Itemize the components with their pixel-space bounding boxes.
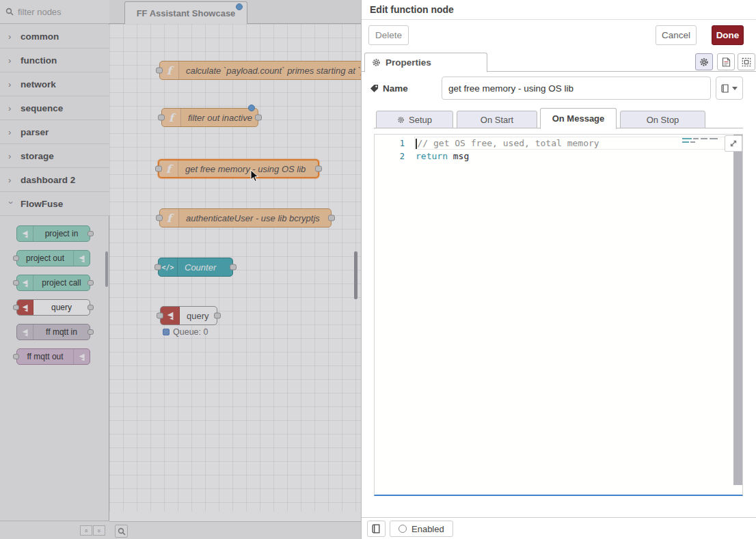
- palette-category-sequence[interactable]: ›sequence: [0, 96, 109, 120]
- collapse-all-button[interactable]: »: [80, 525, 92, 536]
- function-icon: f: [159, 161, 178, 177]
- output-port[interactable]: [87, 305, 94, 310]
- output-port[interactable]: [230, 264, 237, 271]
- node-query-status: Queue: 0: [163, 327, 208, 337]
- palette-category-parser[interactable]: ›parser: [0, 120, 109, 144]
- node-counter[interactable]: </> Counter: [158, 258, 233, 277]
- delete-button[interactable]: Delete: [368, 25, 409, 45]
- output-port[interactable]: [255, 115, 262, 121]
- node-authenticate-user[interactable]: f authenticateUser - use lib bcryptjs: [159, 208, 332, 227]
- double-chevron-up-icon: »: [83, 529, 90, 532]
- palette-filter-input[interactable]: [18, 7, 100, 17]
- palette-category-common[interactable]: ›common: [0, 25, 109, 49]
- input-port[interactable]: [157, 313, 163, 319]
- input-port[interactable]: [158, 115, 165, 121]
- palette-node-project-out[interactable]: project out: [16, 250, 90, 266]
- node-filter-out-inactive[interactable]: f filter out inactive: [161, 108, 258, 127]
- text-caret: [416, 139, 417, 149]
- search-icon: [118, 527, 126, 536]
- input-port[interactable]: [154, 264, 161, 271]
- node-query[interactable]: query: [160, 306, 217, 325]
- zoom-search-button[interactable]: [115, 525, 128, 538]
- done-button[interactable]: Done: [712, 25, 744, 45]
- input-port[interactable]: [13, 305, 19, 310]
- node-get-free-memory[interactable]: f get free memory - using OS lib: [158, 159, 319, 178]
- palette-node-ff-mqtt-in[interactable]: ff mqtt in: [16, 324, 90, 340]
- library-dropdown-button[interactable]: [716, 77, 743, 100]
- chevron-right-icon: ›: [8, 127, 14, 137]
- input-port[interactable]: [13, 354, 19, 359]
- tab-setup[interactable]: Setup: [376, 111, 453, 128]
- function-icon: f: [160, 209, 179, 227]
- library-button[interactable]: [367, 521, 386, 537]
- search-icon: [5, 8, 14, 16]
- palette-search[interactable]: [0, 0, 109, 24]
- edit-properties-button[interactable]: [695, 53, 713, 70]
- palette-category-function[interactable]: ›function: [0, 49, 109, 72]
- tab-properties[interactable]: Properties: [364, 53, 487, 72]
- tray-toolbar: Delete Cancel Done: [362, 20, 756, 52]
- input-port[interactable]: [156, 215, 163, 221]
- output-port[interactable]: [87, 280, 94, 286]
- cancel-button[interactable]: Cancel: [656, 25, 697, 45]
- appearance-button[interactable]: [738, 53, 755, 70]
- flowfuse-icon: [17, 324, 33, 340]
- tab-on-stop[interactable]: On Stop: [620, 111, 705, 128]
- input-port[interactable]: [156, 68, 163, 74]
- node-red-editor: ›common ›function ›network ›sequence ›pa…: [0, 0, 756, 539]
- palette-category-flowfuse[interactable]: ›FlowFuse: [0, 192, 109, 216]
- gear-icon: [699, 57, 709, 67]
- palette-category-network[interactable]: ›network: [0, 72, 109, 96]
- input-port[interactable]: [13, 255, 19, 261]
- tab-on-start[interactable]: On Start: [457, 111, 537, 128]
- output-port[interactable]: [328, 215, 335, 221]
- input-port[interactable]: [13, 280, 19, 286]
- expand-all-button[interactable]: »: [93, 525, 105, 536]
- vertical-scrollbar[interactable]: [354, 251, 357, 299]
- chevron-down-icon: ›: [6, 201, 16, 206]
- function-icon: f: [160, 61, 179, 79]
- tag-icon: [370, 84, 379, 93]
- palette-node-project-in[interactable]: project in: [16, 225, 90, 242]
- node-calculate-primes[interactable]: f calculate `payload.count` primes start…: [159, 61, 361, 80]
- palette-footer: » »: [0, 521, 109, 539]
- editor-scrollbar[interactable]: [733, 135, 742, 485]
- flow-canvas[interactable]: f calculate `payload.count` primes start…: [109, 24, 361, 512]
- chevron-right-icon: ›: [8, 151, 14, 161]
- chevron-right-icon: ›: [8, 55, 14, 66]
- selection-frame-icon: [742, 57, 751, 67]
- palette-node-project-call[interactable]: project call: [16, 275, 90, 291]
- flowfuse-icon: [73, 251, 90, 266]
- palette-category-storage[interactable]: ›storage: [0, 144, 109, 168]
- gear-icon: [372, 58, 381, 67]
- gear-icon: [397, 116, 405, 124]
- chevron-right-icon: ›: [8, 175, 14, 185]
- enabled-state-icon: [399, 525, 407, 533]
- workspace: FF Assistant Showcase f calculate `paylo…: [109, 0, 361, 539]
- palette-node-query[interactable]: query: [16, 299, 90, 316]
- output-port[interactable]: [87, 329, 94, 335]
- output-port[interactable]: [87, 231, 94, 236]
- name-label: Name: [370, 77, 408, 100]
- status-dot: [163, 329, 170, 335]
- description-button[interactable]: [717, 53, 735, 70]
- workspace-footer: [109, 521, 361, 539]
- name-input[interactable]: [442, 77, 711, 100]
- palette-node-ff-mqtt-out[interactable]: ff mqtt out: [16, 348, 90, 365]
- changed-dot: [248, 105, 255, 111]
- enabled-toggle-button[interactable]: Enabled: [390, 521, 453, 537]
- input-port[interactable]: [155, 166, 162, 172]
- dialog-title: Edit function node: [370, 4, 454, 15]
- palette-category-dashboard2[interactable]: ›dashboard 2: [0, 168, 109, 192]
- output-port[interactable]: [214, 313, 221, 319]
- tab-on-message[interactable]: On Message: [540, 108, 617, 129]
- code-line-2: 2 return msg: [375, 150, 742, 163]
- expand-editor-button[interactable]: [725, 135, 742, 152]
- output-port[interactable]: [315, 166, 322, 172]
- code-icon: </>: [159, 258, 178, 276]
- function-icon: f: [162, 109, 181, 126]
- flow-tab[interactable]: FF Assistant Showcase: [124, 1, 247, 24]
- tray-footer: Enabled: [362, 517, 756, 539]
- palette-scrollbar[interactable]: [105, 251, 108, 287]
- code-editor[interactable]: 1 // get OS free, used, total memory 2 r…: [374, 134, 743, 496]
